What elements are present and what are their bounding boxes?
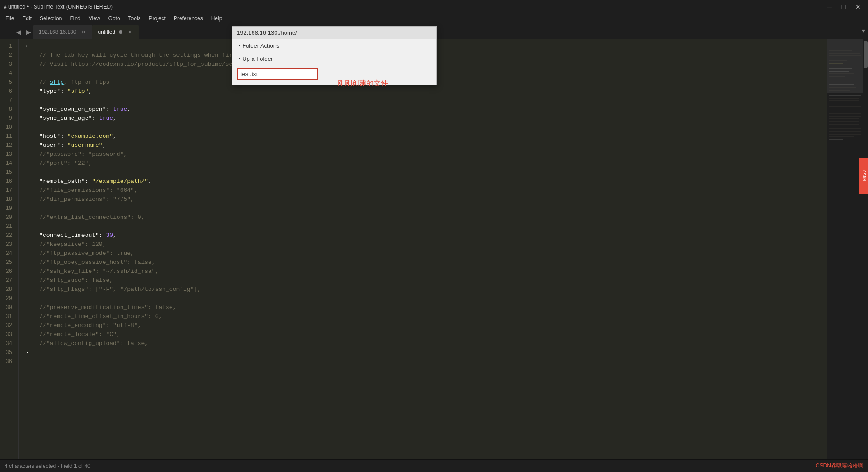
status-csdn-text: CSDN@哦嘻哈哈啊 bbox=[816, 462, 863, 470]
tab-ip-close[interactable]: ✕ bbox=[80, 28, 87, 36]
file-dialog-header: 192.168.16.130:/home/ bbox=[232, 27, 436, 39]
code-line: //"ssh_key_file": "~/.ssh/id_rsa", bbox=[25, 267, 827, 276]
code-token: "example.com" bbox=[68, 132, 113, 141]
svg-rect-13 bbox=[829, 95, 861, 96]
code-token: "connect_timeout" bbox=[39, 231, 99, 240]
code-line: //"ftp_passive_mode": true, bbox=[25, 249, 827, 258]
code-token: } bbox=[25, 348, 29, 357]
code-token: //"ssh_key_file": "~/.ssh/id_rsa", bbox=[25, 267, 158, 276]
code-line: //"remote_time_offset_in_hours": 0, bbox=[25, 312, 827, 321]
line-number: 15 bbox=[0, 168, 16, 177]
menu-file[interactable]: File bbox=[2, 14, 18, 23]
code-token: 30 bbox=[106, 231, 113, 240]
code-token: //"sftp_flags": ["-F", "/path/to/ssh_con… bbox=[25, 285, 201, 294]
line-number: 32 bbox=[0, 321, 16, 330]
code-token: //"sftp_sudo": false, bbox=[25, 276, 113, 285]
code-token: // bbox=[25, 78, 50, 87]
line-number: 28 bbox=[0, 285, 16, 294]
code-token bbox=[25, 114, 39, 123]
maximize-button[interactable]: □ bbox=[837, 2, 850, 11]
code-token: //"ftp_passive_mode": true, bbox=[25, 249, 134, 258]
code-token: sftp bbox=[50, 78, 64, 87]
tab-untitled[interactable]: untitled ✕ bbox=[92, 25, 139, 39]
v-scrollbar-thumb[interactable] bbox=[864, 41, 868, 68]
code-token: , bbox=[113, 132, 117, 141]
code-token: "sync_same_age" bbox=[39, 114, 92, 123]
code-token: //"remote_time_offset_in_hours": 0, bbox=[25, 312, 162, 321]
menu-preferences[interactable]: Preferences bbox=[170, 14, 207, 23]
code-line: //"ftp_obey_passive_host": false, bbox=[25, 258, 827, 267]
tab-nav-left[interactable]: ◀ bbox=[14, 25, 23, 39]
menu-help[interactable]: Help bbox=[208, 14, 226, 23]
tab-overflow-btn[interactable]: ▼ bbox=[859, 23, 868, 39]
line-number: 1 bbox=[0, 42, 16, 51]
code-line: //"remote_encoding": "utf-8", bbox=[25, 321, 827, 330]
menu-selection[interactable]: Selection bbox=[36, 14, 65, 23]
code-line: //"remote_locale": "C", bbox=[25, 330, 827, 339]
svg-rect-7 bbox=[829, 74, 854, 74]
code-line bbox=[25, 168, 827, 177]
svg-rect-14 bbox=[829, 98, 859, 99]
code-token: "user" bbox=[39, 141, 60, 150]
code-token: , bbox=[148, 177, 152, 186]
v-scrollbar[interactable] bbox=[863, 39, 868, 459]
code-token: "host" bbox=[39, 132, 60, 141]
title-bar-left: # untitled • - Sublime Text (UNREGISTERE… bbox=[4, 4, 113, 10]
file-dialog-up-folder[interactable]: • Up a Folder bbox=[232, 52, 436, 65]
line-number: 26 bbox=[0, 267, 16, 276]
tab-nav-right[interactable]: ▶ bbox=[23, 25, 33, 39]
status-bar: 4 characters selected - Field 1 of 40 CS… bbox=[0, 459, 868, 472]
tab-untitled-label: untitled bbox=[98, 29, 115, 35]
tab-untitled-modified bbox=[119, 30, 122, 34]
code-content[interactable]: { // The tab key will cycle through the … bbox=[19, 39, 827, 459]
code-token: : bbox=[106, 105, 113, 114]
title-bar-controls: ─ □ ✕ bbox=[823, 2, 864, 11]
svg-rect-27 bbox=[829, 140, 843, 140]
line-number: 36 bbox=[0, 357, 16, 366]
csdn-button[interactable]: CSDN bbox=[859, 158, 868, 194]
menu-edit[interactable]: Edit bbox=[18, 14, 35, 23]
line-number: 19 bbox=[0, 204, 16, 213]
line-number: 12 bbox=[0, 141, 16, 150]
line-number: 14 bbox=[0, 159, 16, 168]
code-line: "connect_timeout": 30, bbox=[25, 231, 827, 240]
svg-rect-1 bbox=[829, 53, 860, 54]
svg-rect-15 bbox=[829, 101, 859, 101]
line-number: 8 bbox=[0, 105, 16, 114]
svg-rect-23 bbox=[829, 129, 861, 129]
line-number: 35 bbox=[0, 348, 16, 357]
code-token: : bbox=[60, 141, 68, 150]
code-token: //"file_permissions": "664", bbox=[25, 186, 138, 195]
file-dialog-folder-actions[interactable]: • Folder Actions bbox=[232, 39, 436, 52]
file-name-input[interactable] bbox=[237, 68, 318, 80]
menu-project[interactable]: Project bbox=[145, 14, 169, 23]
menu-find[interactable]: Find bbox=[66, 14, 84, 23]
close-button[interactable]: ✕ bbox=[852, 2, 864, 11]
line-number: 13 bbox=[0, 150, 16, 159]
minimize-button[interactable]: ─ bbox=[823, 2, 836, 11]
line-number: 7 bbox=[0, 96, 16, 105]
tab-ip[interactable]: 192.168.16.130 ✕ bbox=[33, 25, 92, 39]
menu-view[interactable]: View bbox=[85, 14, 104, 23]
code-token: // The tab key will cycle through the se… bbox=[25, 51, 267, 60]
code-line: } bbox=[25, 348, 827, 357]
code-token: //"ftp_obey_passive_host": false, bbox=[25, 258, 155, 267]
tab-untitled-close[interactable]: ✕ bbox=[126, 28, 133, 36]
status-left: 4 characters selected - Field 1 of 40 bbox=[5, 463, 90, 469]
code-token: , bbox=[127, 105, 131, 114]
up-folder-label: • Up a Folder bbox=[239, 55, 273, 62]
code-line: //"allow_config_upload": false, bbox=[25, 339, 827, 348]
line-number: 3 bbox=[0, 60, 16, 69]
menu-tools[interactable]: Tools bbox=[125, 14, 145, 23]
code-token: "username" bbox=[68, 141, 103, 150]
minimap-svg bbox=[827, 39, 863, 459]
svg-rect-5 bbox=[829, 68, 852, 69]
svg-rect-0 bbox=[829, 50, 852, 51]
menu-goto[interactable]: Goto bbox=[105, 14, 124, 23]
code-line: "type": "sftp", bbox=[25, 87, 827, 96]
code-token: , bbox=[103, 141, 106, 150]
line-number: 30 bbox=[0, 303, 16, 312]
svg-rect-21 bbox=[829, 122, 859, 122]
code-token: "/example/path/" bbox=[92, 177, 148, 186]
file-dialog-input-row bbox=[232, 65, 436, 85]
